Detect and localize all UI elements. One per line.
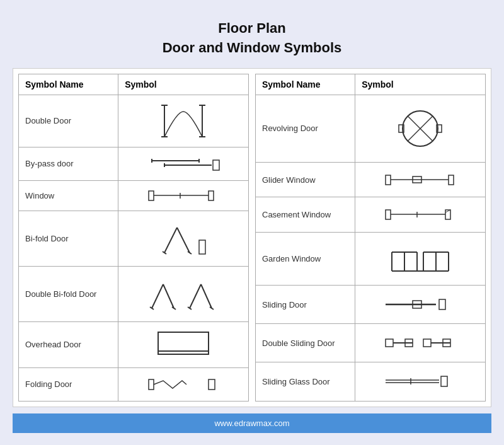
- table-row: Revolving Door: [256, 95, 486, 162]
- row-symbol: [355, 286, 486, 324]
- row-name: Bi-fold Door: [19, 211, 118, 266]
- title-section: Floor Plan Door and Window Symbols: [13, 13, 491, 58]
- table-row: Window: [19, 180, 249, 211]
- table-row: Casement Window: [256, 197, 486, 232]
- row-name: Glider Window: [256, 162, 355, 197]
- row-symbol: [118, 180, 249, 211]
- tables-wrapper: Symbol Name Symbol Double Door: [13, 68, 491, 407]
- left-table: Symbol Name Symbol Double Door: [18, 74, 249, 402]
- svg-rect-71: [441, 376, 447, 386]
- row-name: Window: [19, 180, 118, 211]
- table-row: Double Sliding Door: [256, 324, 486, 362]
- row-symbol: [355, 197, 486, 232]
- svg-rect-42: [449, 175, 454, 185]
- row-symbol: [355, 324, 486, 362]
- svg-line-16: [164, 228, 177, 253]
- page-title: Floor Plan Door and Window Symbols: [13, 19, 491, 58]
- row-symbol: [118, 321, 249, 367]
- footer-text: www.edrawmax.com: [214, 419, 289, 428]
- svg-rect-65: [423, 339, 431, 347]
- row-name: Double Bi-fold Door: [19, 266, 118, 321]
- svg-rect-62: [386, 339, 393, 347]
- row-name: Double Door: [19, 95, 118, 147]
- row-symbol: [118, 95, 249, 147]
- row-symbol: [118, 211, 249, 266]
- table-row: Sliding Glass Door: [256, 362, 486, 401]
- row-symbol: [355, 362, 486, 401]
- svg-rect-20: [199, 240, 205, 254]
- svg-rect-32: [149, 379, 154, 390]
- svg-line-22: [163, 284, 174, 308]
- svg-line-21: [152, 284, 163, 308]
- svg-rect-39: [386, 175, 391, 185]
- svg-rect-33: [209, 379, 215, 390]
- row-name: Garden Window: [256, 232, 355, 285]
- svg-line-25: [190, 284, 201, 308]
- row-symbol: [118, 266, 249, 321]
- table-row: Glider Window: [256, 162, 486, 197]
- row-symbol: [355, 162, 486, 197]
- row-symbol: [118, 367, 249, 401]
- row-name: By-pass door: [19, 147, 118, 180]
- table-row: By-pass door: [19, 147, 249, 180]
- table-row: Garden Window: [256, 232, 486, 285]
- footer-bar: www.edrawmax.com: [13, 413, 491, 433]
- row-name: Folding Door: [19, 367, 118, 401]
- row-name: Sliding Glass Door: [256, 362, 355, 401]
- svg-rect-61: [439, 299, 445, 309]
- left-header-name: Symbol Name: [19, 74, 118, 95]
- row-symbol: [355, 232, 486, 285]
- table-row: Double Bi-fold Door: [19, 266, 249, 321]
- svg-line-17: [177, 228, 190, 253]
- table-row: Double Door: [19, 95, 249, 147]
- svg-rect-12: [149, 191, 154, 200]
- right-table: Symbol Name Symbol Revolving Door: [255, 74, 486, 402]
- left-header-symbol: Symbol: [118, 74, 249, 95]
- page-container: Floor Plan Door and Window Symbols Symbo…: [13, 13, 491, 433]
- row-name: Sliding Door: [256, 286, 355, 324]
- row-name: Overhead Door: [19, 321, 118, 367]
- row-symbol: [355, 95, 486, 162]
- table-row: Overhead Door: [19, 321, 249, 367]
- row-name: Double Sliding Door: [256, 324, 355, 362]
- table-row: Bi-fold Door: [19, 211, 249, 266]
- table-row: Folding Door: [19, 367, 249, 401]
- row-name: Casement Window: [256, 197, 355, 232]
- svg-rect-43: [386, 210, 391, 219]
- svg-line-26: [201, 284, 212, 308]
- row-name: Revolving Door: [256, 95, 355, 162]
- svg-rect-11: [213, 160, 219, 170]
- svg-rect-15: [209, 191, 214, 200]
- right-header-name: Symbol Name: [256, 74, 355, 95]
- right-header-symbol: Symbol: [355, 74, 486, 95]
- table-row: Sliding Door: [256, 286, 486, 324]
- row-symbol: [118, 147, 249, 180]
